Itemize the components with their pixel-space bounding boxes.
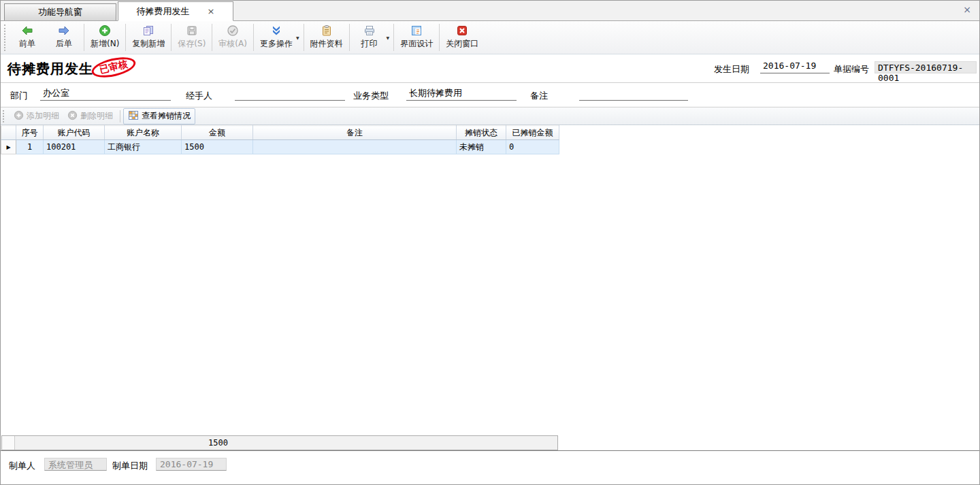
grid-header-row: 序号 账户代码 账户名称 金额 备注 摊销状态 已摊销金额 (1, 126, 559, 140)
table-row[interactable]: ▶ 1 100201 工商银行 1500 未摊销 0 (1, 140, 559, 154)
department-field[interactable]: 办公室 (40, 87, 171, 101)
save-button[interactable]: 保存(S) (173, 21, 210, 54)
detail-grid: 序号 账户代码 账户名称 金额 备注 摊销状态 已摊销金额 ▶ 1 100201… (1, 125, 559, 154)
cell-remark[interactable] (253, 140, 457, 154)
create-date-field: 2016-07-19 (156, 458, 227, 471)
table-grid-icon (128, 110, 139, 122)
department-label: 部门 (10, 90, 28, 102)
arrow-right-icon (58, 24, 70, 37)
copy-new-button[interactable]: 复制新增 (127, 21, 169, 54)
tab-label: 功能导航窗 (38, 6, 82, 18)
toolbar-separator (393, 24, 394, 51)
toolbar-separator (212, 24, 212, 51)
more-actions-button[interactable]: 更多操作 (255, 21, 297, 54)
tab-close-icon[interactable]: × (208, 7, 215, 16)
main-toolbar: 前单 后单 新增(N) 复制新增 保存(S) 审核(A) (1, 21, 979, 54)
create-date-label: 制单日期 (112, 460, 148, 472)
detail-toolbar-separator (120, 110, 120, 122)
cell-status[interactable]: 未摊销 (457, 140, 506, 154)
more-actions-dropdown-caret[interactable]: ▼ (296, 35, 299, 40)
page-title: 待摊费用发生 (7, 60, 93, 78)
save-icon (186, 24, 198, 37)
window-layout-icon (410, 24, 423, 37)
next-doc-button[interactable]: 后单 (46, 21, 82, 54)
toolbar-separator (125, 24, 126, 51)
tab-deferred-expense[interactable]: 待摊费用发生 × (118, 1, 233, 21)
form-row: 部门 办公室 经手人 业务类型 长期待摊费用 备注 (1, 83, 979, 107)
grid-header-amortized[interactable]: 已摊销金额 (506, 126, 559, 140)
grid-header-status[interactable]: 摊销状态 (457, 126, 506, 140)
grid-header-marker (1, 126, 16, 140)
creator-label: 制单人 (9, 460, 35, 472)
print-button[interactable]: 打印 (351, 21, 388, 54)
doc-no-label: 单据编号 (834, 63, 869, 76)
handler-field[interactable] (235, 87, 345, 101)
attachments-button[interactable]: 附件资料 (306, 21, 348, 54)
close-window-button[interactable]: 关闭窗口 (441, 21, 483, 54)
detail-toolbar-grip (3, 110, 5, 122)
prev-doc-button[interactable]: 前单 (9, 21, 46, 54)
business-type-field[interactable]: 长期待摊费用 (406, 87, 517, 101)
print-dropdown-caret[interactable]: ▼ (387, 35, 390, 40)
check-circle-icon (227, 24, 239, 37)
cell-account-name[interactable]: 工商银行 (105, 140, 182, 154)
detail-grid-region: 序号 账户代码 账户名称 金额 备注 摊销状态 已摊销金额 ▶ 1 100201… (1, 125, 979, 450)
grid-header-account-code[interactable]: 账户代码 (44, 126, 105, 140)
view-amortization-button[interactable]: 查看摊销情况 (123, 108, 195, 124)
audited-stamp: 已审核 (90, 54, 137, 81)
delete-detail-button[interactable]: 删除明细 (63, 109, 117, 124)
cell-no[interactable]: 1 (16, 140, 44, 154)
cell-amortized[interactable]: 0 (506, 140, 559, 154)
tab-label: 待摊费用发生 (137, 5, 190, 18)
add-detail-button[interactable]: 添加明细 (10, 109, 63, 124)
arrow-left-icon (21, 24, 33, 37)
detail-toolbar: 添加明细 删除明细 查看摊销情况 (1, 107, 979, 125)
grid-header-amount[interactable]: 金额 (182, 126, 253, 140)
printer-icon (363, 24, 376, 37)
plus-circle-gray-icon (14, 110, 24, 122)
double-chevron-down-icon (270, 24, 282, 37)
grid-header-remark[interactable]: 备注 (253, 126, 457, 140)
audit-button[interactable]: 审核(A) (214, 21, 252, 54)
business-type-label: 业务类型 (353, 90, 389, 102)
row-marker-icon[interactable]: ▶ (1, 140, 16, 154)
remark-label: 备注 (530, 90, 548, 102)
new-button[interactable]: 新增(N) (86, 21, 124, 54)
grid-header-no[interactable]: 序号 (16, 126, 44, 140)
tab-bar: 功能导航窗 待摊费用发生 × × (1, 1, 979, 21)
x-circle-gray-icon (67, 110, 78, 122)
occur-date-label: 发生日期 (714, 63, 749, 76)
toolbar-separator (439, 24, 440, 51)
footer: 制单人 系统管理员 制单日期 2016-07-19 (1, 450, 979, 484)
creator-field: 系统管理员 (44, 458, 107, 471)
tabstrip-close-icon[interactable]: × (963, 5, 971, 14)
app-window: 功能导航窗 待摊费用发生 × × 前单 后单 新增(N) 复制新增 (0, 0, 980, 485)
doc-no-field: DTFYFS-20160719-0001 (875, 61, 977, 73)
cell-account-code[interactable]: 100201 (44, 140, 105, 154)
occur-date-field[interactable]: 2016-07-19 (760, 61, 830, 73)
plus-circle-icon (99, 24, 111, 37)
remark-field[interactable] (579, 87, 688, 101)
clipboard-icon (321, 24, 333, 37)
toolbar-separator (349, 24, 350, 51)
tab-function-nav[interactable]: 功能导航窗 (4, 3, 116, 20)
toolbar-separator (171, 24, 172, 51)
handler-label: 经手人 (186, 90, 212, 102)
document-header: 待摊费用发生 已审核 发生日期 2016-07-19 单据编号 DTFYFS-2… (1, 54, 979, 83)
summary-row: 1500 (1, 435, 558, 450)
copy-icon (142, 24, 154, 37)
grid-header-account-name[interactable]: 账户名称 (105, 126, 182, 140)
ui-design-button[interactable]: 界面设计 (395, 21, 438, 54)
toolbar-separator (253, 24, 254, 51)
summary-marker-cell (2, 436, 15, 450)
close-icon (456, 24, 468, 37)
toolbar-grip (4, 24, 7, 51)
cell-amount[interactable]: 1500 (182, 140, 253, 154)
toolbar-separator (84, 24, 84, 51)
summary-amount: 1500 (182, 438, 254, 448)
toolbar-separator (304, 24, 304, 51)
